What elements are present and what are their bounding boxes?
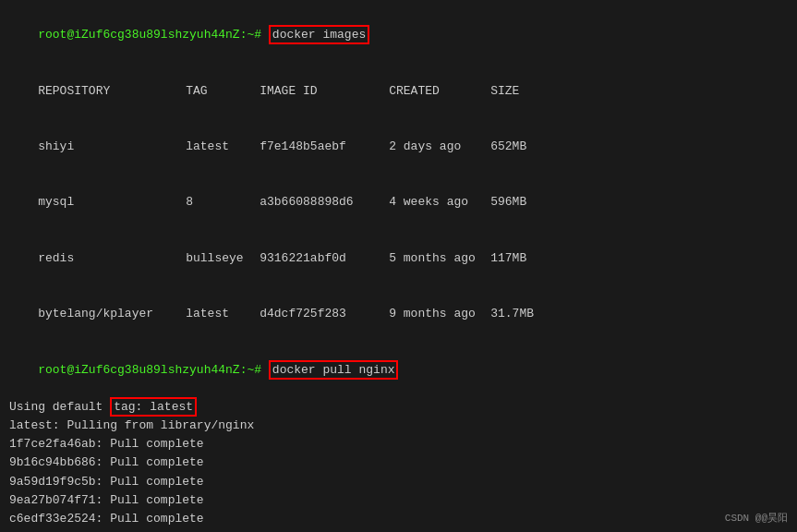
cell: latest	[186, 138, 260, 156]
cell: bullseye	[186, 249, 260, 268]
tag-latest-highlight: tag: latest	[110, 397, 197, 417]
line-pull-5: c6edf33e2524: Pull complete	[9, 510, 788, 528]
cell: 9 months ago	[389, 305, 490, 323]
cell: 596MB	[490, 195, 526, 209]
line-1: root@iZuf6cg38u89lshzyuh44nZ:~# docker i…	[9, 7, 788, 63]
cell: latest	[186, 305, 260, 323]
col-created-h1: CREATED	[389, 82, 490, 101]
terminal: root@iZuf6cg38u89lshzyuh44nZ:~# docker i…	[0, 0, 797, 532]
col-size-h1: SIZE	[490, 84, 519, 98]
row-bytelang-1: bytelang/kplayerlatestd4dcf725f2839 mont…	[9, 286, 788, 342]
cmd-1: docker images	[269, 25, 369, 44]
line-pull-4: 9ea27b074f71: Pull complete	[9, 491, 788, 510]
line-pull-1: 1f7ce2fa46ab: Pull complete	[9, 435, 788, 453]
cell: 9316221abf0d	[260, 249, 389, 268]
cell: redis	[38, 249, 186, 268]
col-id-h1: IMAGE ID	[260, 82, 389, 101]
cell: 117MB	[490, 251, 526, 265]
table-header-1: REPOSITORYTAGIMAGE IDCREATEDSIZE	[9, 63, 788, 118]
cmd-2: docker pull nginx	[269, 360, 399, 380]
line-pulling: latest: Pulling from library/nginx	[9, 417, 788, 435]
line-pull-3: 9a59d19f9c5b: Pull complete	[9, 473, 788, 491]
cell: 4 weeks ago	[389, 193, 490, 212]
prompt-2: root@iZuf6cg38u89lshzyuh44nZ:~#	[38, 363, 269, 377]
line-pull: root@iZuf6cg38u89lshzyuh44nZ:~# docker p…	[9, 343, 788, 398]
cell: 5 months ago	[389, 249, 490, 268]
cell: a3b66088898d6	[260, 193, 389, 212]
cell: shiyi	[38, 138, 186, 156]
row-shiyi-1: shiyilatestf7e148b5aebf2 days ago652MB	[9, 119, 788, 175]
cell: 31.7MB	[490, 307, 534, 320]
watermark: CSDN @@昊阳	[725, 511, 788, 525]
row-mysql-1: mysql8a3b66088898d64 weeks ago596MB	[9, 175, 788, 230]
prompt-1: root@iZuf6cg38u89lshzyuh44nZ:~#	[38, 28, 269, 42]
line-default-tag: Using default tag: latest	[9, 398, 788, 417]
row-redis-1: redisbullseye9316221abf0d5 months ago117…	[9, 231, 788, 286]
cell: mysql	[38, 193, 186, 212]
col-repo-h1: REPOSITORY	[38, 82, 186, 101]
line-pull-2: 9b16c94bb686: Pull complete	[9, 453, 788, 472]
cell: 652MB	[490, 139, 526, 153]
cell: bytelang/kplayer	[38, 305, 186, 323]
cell: d4dcf725f283	[260, 305, 389, 323]
col-tag-h1: TAG	[186, 82, 260, 101]
line-pull-6: 84b1ff10387b: Pull complete	[9, 528, 788, 532]
cell: 2 days ago	[389, 138, 490, 156]
cell: 8	[186, 193, 260, 212]
cell: f7e148b5aebf	[260, 138, 389, 156]
